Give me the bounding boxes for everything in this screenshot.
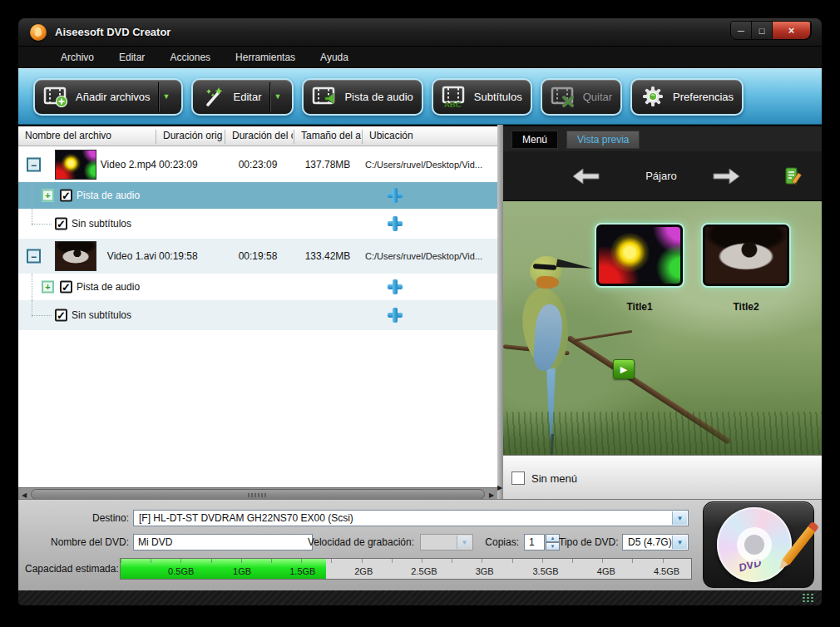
- file-list-header: Nombre del archivo Duración orig Duració…: [18, 126, 497, 146]
- close-button[interactable]: ×: [773, 22, 811, 39]
- stepper-up-button[interactable]: ▲: [546, 534, 560, 542]
- menu-preview-image: Title1 Title2 ▶: [503, 201, 822, 455]
- preview-tab-bar: Menú Vista previa: [503, 126, 822, 151]
- previous-template-arrow[interactable]: [571, 168, 600, 185]
- subtitle-checkbox[interactable]: ✓: [55, 309, 67, 322]
- column-header-name[interactable]: Nombre del archivo: [18, 130, 155, 144]
- column-header-location[interactable]: Ubicación: [362, 130, 495, 144]
- audio-track-checkbox[interactable]: ✓: [60, 190, 72, 202]
- splitter-arrow-icon: ▶: [497, 484, 502, 491]
- title-bar: Aiseesoft DVD Creator ─ □ ×: [18, 18, 822, 47]
- stepper-down-button[interactable]: ▼: [546, 542, 560, 550]
- menu-editar[interactable]: Editar: [106, 48, 157, 67]
- remove-button[interactable]: Quitar: [541, 78, 622, 116]
- copies-label: Copias:: [477, 536, 519, 548]
- table-row-video1[interactable]: − Video 1.avi 00:19:58 00:19:58 133.42MB…: [18, 239, 497, 274]
- app-window: Aiseesoft DVD Creator ─ □ × Archivo Edit…: [18, 18, 822, 605]
- button-divider: [269, 82, 270, 111]
- subtitle-checkbox[interactable]: ✓: [55, 218, 67, 230]
- column-header-duration-original[interactable]: Duración orig: [156, 130, 224, 144]
- preferences-button[interactable]: Preferencias: [630, 78, 744, 116]
- resize-grip[interactable]: [802, 593, 814, 603]
- title1-thumbnail[interactable]: [595, 223, 684, 288]
- tab-menu[interactable]: Menú: [511, 131, 558, 149]
- add-subtitle-button[interactable]: [388, 308, 403, 323]
- menu-acciones[interactable]: Acciones: [157, 48, 223, 67]
- dvd-type-dropdown[interactable]: D5 (4.7G) ▼: [622, 534, 689, 550]
- tree-line: [32, 182, 32, 209]
- tab-vista-previa[interactable]: Vista previa: [566, 131, 640, 149]
- title2-frame: [705, 227, 787, 284]
- audio-track-row-label: Pista de audio: [77, 281, 140, 293]
- tree-line: [32, 224, 52, 225]
- dropdown-arrow-icon[interactable]: ▼: [672, 536, 687, 549]
- subtitle-row-label: Sin subtítulos: [72, 309, 131, 321]
- audio-track-row-label: Pista de audio: [77, 190, 140, 201]
- add-files-dropdown-arrow[interactable]: ▼: [161, 92, 173, 101]
- burn-speed-label: Velocidad de grabación:: [293, 536, 414, 548]
- preferences-label: Preferencias: [673, 91, 734, 103]
- subtitles-label: Subtítulos: [474, 91, 522, 103]
- table-row-subtitle[interactable]: ✓ Sin subtítulos: [18, 209, 497, 239]
- expand-toggle[interactable]: +: [42, 190, 54, 202]
- expand-toggle[interactable]: +: [42, 281, 54, 294]
- menu-ayuda[interactable]: Ayuda: [308, 48, 361, 67]
- film-abc-icon: ABC: [442, 86, 467, 107]
- play-button[interactable]: ▶: [613, 359, 635, 379]
- gear-icon: [640, 86, 665, 107]
- column-header-size[interactable]: Tamaño del ar: [294, 130, 361, 144]
- duration-converted: 00:23:09: [223, 159, 293, 170]
- check-icon: ✓: [57, 310, 66, 321]
- add-subtitle-button[interactable]: [388, 216, 403, 231]
- collapse-toggle[interactable]: −: [27, 249, 41, 264]
- desktop-background: Aiseesoft DVD Creator ─ □ × Archivo Edit…: [0, 0, 840, 627]
- table-row-audio-track[interactable]: + ✓ Pista de audio: [18, 274, 497, 300]
- dvd-name-label: Nombre del DVD:: [25, 536, 129, 548]
- video-thumbnail: [55, 150, 96, 180]
- film-add-icon: [43, 86, 68, 107]
- dropdown-arrow-icon: ▼: [457, 536, 472, 549]
- edit-button[interactable]: Editar ▼: [191, 78, 294, 116]
- add-audio-track-button[interactable]: [388, 279, 403, 294]
- plus-icon: +: [45, 191, 50, 200]
- title2-thumbnail[interactable]: [701, 223, 791, 288]
- audio-track-button[interactable]: Pista de audio: [302, 78, 422, 116]
- title1-frame: [599, 227, 680, 284]
- edit-label: Editar: [234, 91, 262, 103]
- maximize-button[interactable]: □: [752, 22, 773, 39]
- edit-dropdown-arrow[interactable]: ▼: [272, 92, 284, 101]
- file-size: 133.42MB: [294, 250, 362, 262]
- add-audio-track-button[interactable]: [388, 188, 403, 203]
- edit-menu-icon[interactable]: [784, 166, 803, 186]
- table-row-video2[interactable]: − Video 2.mp4 00:23:09 00:23:09 137.78MB…: [18, 147, 497, 182]
- no-menu-label: Sin menú: [531, 472, 577, 485]
- minimize-button[interactable]: ─: [731, 22, 752, 39]
- audio-track-checkbox[interactable]: ✓: [60, 281, 72, 294]
- table-row-audio-track[interactable]: + ✓ Pista de audio: [18, 182, 497, 209]
- menu-archivo[interactable]: Archivo: [48, 48, 106, 67]
- abc-icon-text: ABC: [444, 100, 462, 107]
- add-files-button[interactable]: Añadir archivos ▼: [33, 78, 183, 116]
- dropdown-arrow-icon[interactable]: ▼: [672, 511, 687, 525]
- dvd-name-input[interactable]: [133, 534, 313, 550]
- tree-line: [32, 274, 32, 300]
- next-template-arrow[interactable]: [713, 168, 741, 185]
- video-name: Video 1.avi: [100, 250, 156, 262]
- table-row-subtitle[interactable]: ✓ Sin subtítulos: [18, 300, 497, 330]
- copies-input[interactable]: [524, 534, 545, 550]
- burn-button[interactable]: DVD: [703, 501, 814, 588]
- file-size: 137.78MB: [294, 159, 362, 170]
- column-header-duration-converted[interactable]: Duración del c: [225, 130, 293, 144]
- menu-herramientas[interactable]: Herramientas: [223, 48, 308, 67]
- minus-icon: −: [31, 160, 37, 170]
- no-menu-checkbox[interactable]: [511, 471, 525, 485]
- panel-splitter[interactable]: ▶: [497, 125, 503, 499]
- burn-speed-dropdown[interactable]: ▼: [420, 534, 473, 550]
- button-divider: [158, 82, 159, 111]
- play-icon: ▶: [620, 364, 627, 375]
- close-icon: ×: [788, 24, 795, 37]
- subtitles-button[interactable]: ABC Subtítulos: [432, 78, 532, 116]
- collapse-toggle[interactable]: −: [27, 158, 41, 172]
- destination-dropdown[interactable]: [F] HL-DT-ST DVDRAM GH22NS70 EX00 (Scsi)…: [133, 510, 689, 526]
- preview-panel: Menú Vista previa Pájaro: [503, 125, 822, 499]
